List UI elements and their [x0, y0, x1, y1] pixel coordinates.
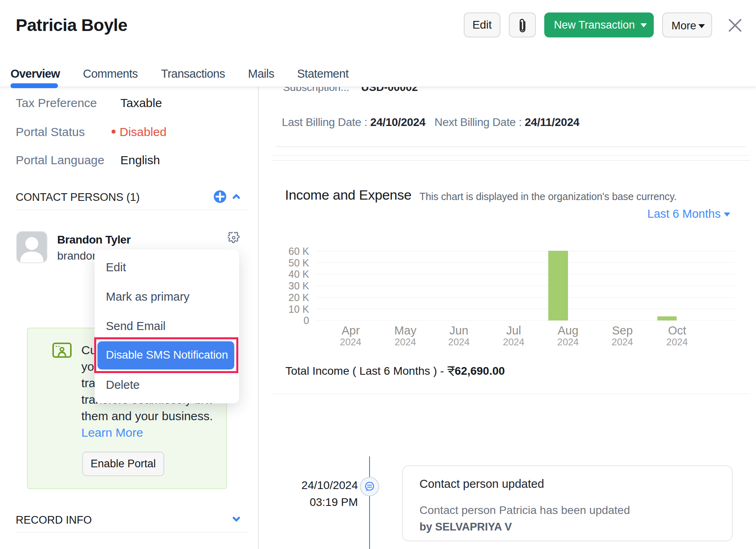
svg-text:May: May — [395, 324, 417, 337]
svg-text:2024: 2024 — [611, 336, 633, 347]
svg-text:Jun: Jun — [450, 324, 469, 337]
svg-text:2024: 2024 — [395, 336, 416, 347]
svg-text:30 K: 30 K — [289, 280, 310, 291]
svg-text:10 K: 10 K — [289, 303, 310, 315]
svg-text:2024: 2024 — [557, 336, 578, 347]
svg-text:2024: 2024 — [340, 336, 361, 347]
svg-text:Sep: Sep — [612, 324, 633, 337]
svg-text:40 K: 40 K — [289, 268, 310, 280]
svg-text:Apr: Apr — [341, 324, 359, 337]
svg-text:2024: 2024 — [503, 336, 524, 347]
svg-text:Jul: Jul — [506, 324, 521, 337]
svg-text:0: 0 — [304, 315, 309, 326]
svg-text:20 K: 20 K — [289, 292, 310, 303]
svg-text:Aug: Aug — [558, 324, 578, 337]
svg-text:2024: 2024 — [448, 336, 469, 347]
svg-text:60 K: 60 K — [289, 246, 310, 257]
svg-text:50 K: 50 K — [289, 257, 310, 268]
svg-text:2024: 2024 — [666, 336, 688, 347]
svg-text:Oct: Oct — [668, 324, 686, 337]
